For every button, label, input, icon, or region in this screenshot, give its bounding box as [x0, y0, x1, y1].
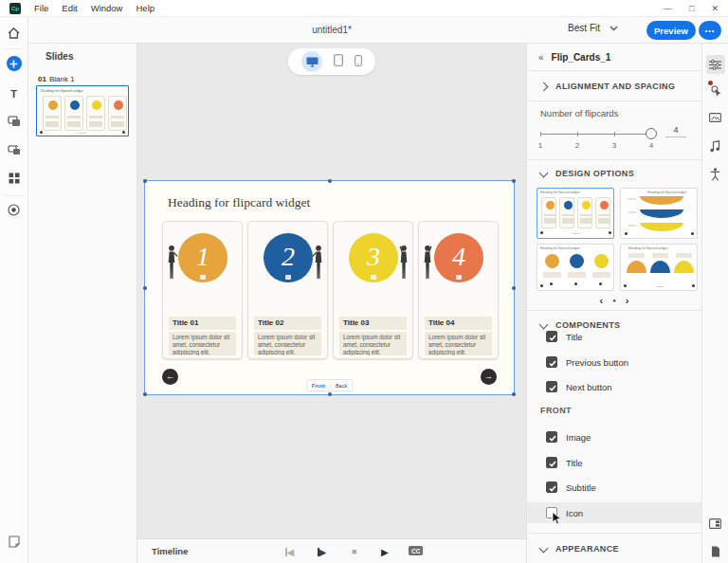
- checkbox-icon[interactable]: [546, 457, 557, 468]
- interactions-icon[interactable]: [706, 82, 725, 100]
- checkbox-icon[interactable]: [546, 331, 557, 342]
- next-card-button[interactable]: →: [481, 369, 497, 385]
- component-previous-row[interactable]: Previous button: [527, 352, 701, 372]
- design-option-3[interactable]: Heading for flipcard widget: [537, 244, 614, 291]
- interactive-tool-icon[interactable]: [6, 141, 23, 158]
- resize-handle[interactable]: [328, 179, 332, 183]
- design-option-1[interactable]: Heading for flipcard widget: [537, 188, 614, 239]
- chevron-down-icon: [539, 168, 549, 177]
- alignment-section-header[interactable]: ALIGNMENT AND SPACING: [527, 72, 701, 100]
- menu-file[interactable]: File: [34, 3, 48, 13]
- notes-icon[interactable]: [6, 533, 23, 550]
- design-pager: ‹ ● ›: [527, 295, 701, 306]
- stop-button[interactable]: ■: [352, 544, 356, 559]
- more-options-button[interactable]: •••: [699, 21, 721, 40]
- front-subtitle-row[interactable]: Subtitle: [527, 477, 701, 498]
- thumb-card: [43, 96, 62, 131]
- flipcard-1[interactable]: 1 Title 01 Lorem ipsum dolor sit amet, c…: [162, 221, 243, 359]
- appearance-section-header[interactable]: APPEARANCE: [527, 536, 701, 561]
- previous-card-button[interactable]: ←: [162, 369, 178, 385]
- media-tool-icon[interactable]: [6, 113, 23, 130]
- component-next-row[interactable]: Next button: [527, 376, 701, 397]
- card-number: 2: [282, 242, 295, 271]
- slide-stage[interactable]: Heading for flipcard widget 1 Title 01 L…: [144, 180, 515, 395]
- front-image-row[interactable]: Image: [527, 427, 701, 447]
- checkbox-icon[interactable]: [546, 481, 557, 493]
- step-forward-button[interactable]: ▶: [318, 544, 326, 559]
- front-title-row[interactable]: Title: [527, 452, 701, 473]
- pager-prev-icon[interactable]: ‹: [600, 295, 604, 306]
- maximize-icon[interactable]: □: [689, 0, 694, 17]
- slide-name: Blank 1: [49, 75, 75, 83]
- home-icon[interactable]: [6, 25, 23, 42]
- document-panel-icon[interactable]: [706, 542, 725, 561]
- resize-handle[interactable]: [512, 179, 516, 183]
- media-panel-icon[interactable]: [706, 108, 725, 127]
- design-option-4[interactable]: Heading for flipcard widget: [620, 244, 698, 291]
- accessibility-panel-icon[interactable]: [706, 165, 725, 184]
- flipcards-slider[interactable]: 1 2 3 4: [540, 134, 652, 135]
- properties-icon[interactable]: [706, 55, 725, 74]
- person-figure-icon: [420, 245, 435, 281]
- resize-handle[interactable]: [328, 392, 332, 396]
- front-back-toggle: Front Back: [306, 379, 353, 391]
- widgets-tool-icon[interactable]: [6, 170, 23, 187]
- app-window: Cp File Edit Window Help — □ ✕ untitled1…: [0, 0, 728, 563]
- pager-dot-icon[interactable]: ●: [612, 298, 616, 303]
- slider-handle[interactable]: [646, 128, 657, 139]
- step-back-button[interactable]: ◀: [285, 544, 294, 559]
- front-tab[interactable]: Front: [307, 383, 331, 389]
- checkbox-icon[interactable]: [546, 381, 557, 392]
- card-circle: 4: [434, 233, 483, 282]
- pager-next-icon[interactable]: ›: [626, 295, 629, 306]
- person-figure-icon: [164, 245, 179, 281]
- thumb-card: [86, 96, 105, 131]
- record-tool-icon[interactable]: [6, 201, 23, 218]
- minimize-icon[interactable]: —: [664, 0, 672, 17]
- menu-edit[interactable]: Edit: [62, 3, 77, 13]
- preview-button[interactable]: Preview: [646, 21, 696, 40]
- resize-handle[interactable]: [143, 286, 147, 290]
- flipcards-count-value[interactable]: 4: [665, 125, 686, 137]
- menubar: Cp File Edit Window Help — □ ✕: [0, 0, 728, 17]
- properties-panel: « Flip_Cards_1 ALIGNMENT AND SPACING Num…: [526, 44, 701, 563]
- timeline-label: Timeline: [152, 546, 188, 556]
- design-option-2[interactable]: Heading for flipcard widget: [620, 188, 698, 239]
- text-tool-icon[interactable]: T: [6, 85, 23, 102]
- play-button[interactable]: ▶: [381, 544, 389, 559]
- checkbox-icon[interactable]: [546, 356, 557, 368]
- checkbox-icon[interactable]: [546, 431, 557, 443]
- flipcard-4[interactable]: 4 Title 04 Lorem ipsum dolor sit amet, c…: [418, 221, 499, 359]
- device-tablet-button[interactable]: [334, 53, 343, 70]
- flipcard-3[interactable]: 3 Title 03 Lorem ipsum dolor sit amet, c…: [333, 221, 413, 359]
- card-number: 4: [452, 242, 465, 271]
- slides-panel-title: Slides: [46, 51, 73, 62]
- design-options-section-header[interactable]: DESIGN OPTIONS: [527, 161, 701, 186]
- zoom-fit-dropdown[interactable]: Best Fit: [568, 23, 618, 33]
- card-circle: 3: [349, 233, 398, 282]
- resize-handle[interactable]: [512, 392, 516, 396]
- device-desktop-button[interactable]: [301, 51, 322, 72]
- slide-thumbnail[interactable]: Heading for flipcard widget: [36, 85, 129, 136]
- layout-panel-icon[interactable]: [706, 514, 725, 533]
- resize-handle[interactable]: [512, 286, 516, 290]
- menu-window[interactable]: Window: [91, 3, 123, 13]
- closed-captions-button[interactable]: CC: [409, 546, 423, 555]
- add-object-icon[interactable]: [6, 55, 23, 72]
- resize-handle[interactable]: [143, 179, 147, 183]
- audio-panel-icon[interactable]: [706, 136, 725, 155]
- front-icon-row[interactable]: Icon: [527, 502, 701, 523]
- thumb-heading: Heading for flipcard widget: [41, 88, 83, 93]
- menu-help[interactable]: Help: [136, 3, 155, 13]
- component-title-row[interactable]: Title: [527, 326, 701, 347]
- close-icon[interactable]: ✕: [711, 0, 719, 17]
- card-chip-icon: [371, 275, 376, 280]
- back-tab[interactable]: Back: [331, 383, 352, 389]
- flipcard-2[interactable]: 2 Title 02 Lorem ipsum dolor sit amet, c…: [247, 221, 328, 359]
- card-chip-icon: [456, 275, 462, 280]
- card-subtitle: Lorem ipsum dolor sit amet, consectetur …: [169, 332, 236, 355]
- device-phone-button[interactable]: [355, 53, 362, 70]
- collapse-panel-icon[interactable]: «: [538, 52, 544, 63]
- resize-handle[interactable]: [143, 392, 147, 396]
- desktop-icon: [306, 57, 318, 67]
